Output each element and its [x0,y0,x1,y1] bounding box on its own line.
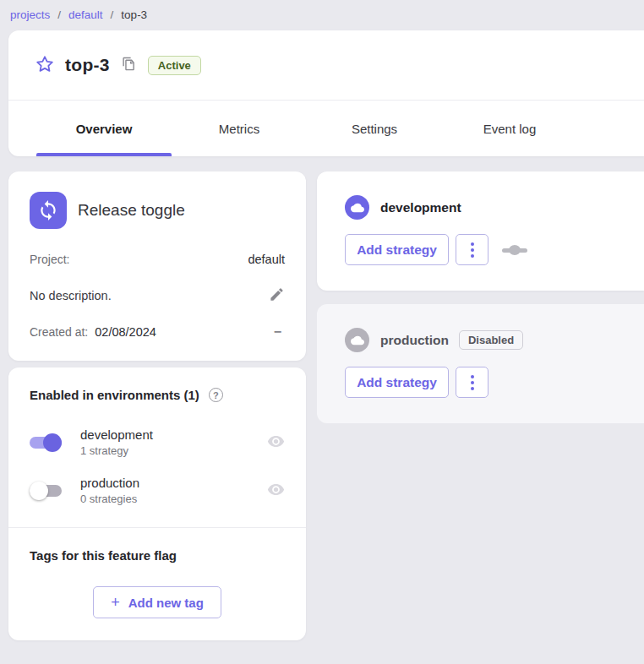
created-value: 02/08/2024 [95,325,156,339]
production-strategies-panel: production Disabled Add strategy [317,304,644,423]
production-toggle[interactable] [30,482,62,500]
created-label: Created at: [30,325,88,339]
tab-event-log[interactable]: Event log [442,101,577,156]
tab-bar: Overview Metrics Settings Event log [8,101,644,156]
environment-name: development [80,427,267,442]
pencil-icon [269,286,285,305]
panel-actions: Add strategy [345,234,644,265]
breadcrumb-separator: / [111,8,114,21]
flag-type-row: Release toggle [30,192,285,229]
cloud-icon [345,195,369,220]
description-row: No description. [30,286,285,305]
eye-icon [267,433,285,453]
environment-info: development 1 strategy [80,427,267,457]
description-text: No description. [30,289,112,302]
kebab-icon [471,254,474,258]
tags-section: Tags for this feature flag + Add new tag [8,528,306,640]
view-environment-button[interactable] [267,433,285,453]
tab-overview[interactable]: Overview [36,101,172,156]
eye-icon [267,481,285,501]
collapse-button[interactable]: − [274,325,285,339]
environment-strategy-count: 1 strategy [80,444,267,457]
flag-type-label: Release toggle [78,201,185,220]
plus-icon: + [111,594,120,612]
kebab-icon [471,387,474,390]
created-row: Created at: 02/08/2024 − [30,325,285,339]
flag-header-card: top-3 Active Overview Metrics Settings E… [8,30,644,156]
breadcrumb-link-projects[interactable]: projects [10,8,50,21]
status-badge: Active [148,56,201,75]
add-new-tag-button[interactable]: + Add new tag [93,586,221,618]
development-toggle[interactable] [30,433,62,452]
add-strategy-button[interactable]: Add strategy [345,367,449,398]
tab-label: Metrics [219,122,259,136]
active-tab-underline [36,153,172,156]
help-icon[interactable]: ? [209,388,223,402]
project-row: Project: default [30,253,285,266]
kebab-icon [471,248,474,252]
panel-environment-name: production [380,333,449,348]
breadcrumb: projects / default / top-3 [0,0,644,24]
more-actions-button[interactable] [456,234,488,265]
right-column: development Add strategy production Disa… [317,171,644,423]
development-strategies-panel: development Add strategy [317,171,644,291]
tab-label: Settings [352,122,397,136]
kebab-icon [471,242,474,246]
panel-actions: Add strategy [345,367,644,398]
last-seen-indicator-icon [502,245,527,255]
toggle-knob [30,482,48,500]
created-at: Created at: 02/08/2024 [30,325,156,339]
panel-header: production Disabled [345,328,644,352]
add-tag-label: Add new tag [128,596,204,610]
environment-row-production: production 0 strategies [8,476,306,505]
breadcrumb-separator: / [57,8,61,21]
tab-settings[interactable]: Settings [307,101,442,156]
tags-title: Tags for this feature flag [30,548,285,563]
add-strategy-button[interactable]: Add strategy [345,234,449,265]
panel-environment-name: development [380,200,461,215]
project-label: Project: [30,253,69,266]
disabled-badge: Disabled [459,330,523,350]
environment-strategy-count: 0 strategies [80,493,267,505]
release-toggle-icon [30,192,67,229]
copy-icon [122,57,136,73]
environment-row-development: development 1 strategy [8,427,306,457]
tab-metrics[interactable]: Metrics [172,101,307,156]
environments-card: Enabled in environments (1) ? developmen… [8,367,306,640]
main-content: Release toggle Project: default No descr… [8,171,644,640]
favorite-button[interactable] [34,54,56,76]
breadcrumb-link-default[interactable]: default [68,8,103,21]
more-actions-button[interactable] [456,367,488,398]
star-icon [35,54,55,77]
environment-name: production [80,476,267,490]
environments-title: Enabled in environments (1) [30,388,199,402]
edit-description-button[interactable] [269,286,285,305]
environments-header: Enabled in environments (1) ? [8,388,306,402]
environment-info: production 0 strategies [80,476,267,505]
page-title: top-3 [65,55,110,75]
panel-header: development [345,195,644,220]
copy-name-button[interactable] [122,57,136,73]
view-environment-button[interactable] [267,481,285,501]
project-value: default [248,253,285,266]
toggle-knob [43,433,62,452]
cloud-icon [345,328,369,352]
flag-details-card: Release toggle Project: default No descr… [8,171,306,361]
flag-title-row: top-3 Active [8,30,644,100]
tab-label: Event log [483,122,537,136]
kebab-icon [471,381,474,384]
left-column: Release toggle Project: default No descr… [8,171,306,640]
breadcrumb-current: top-3 [121,8,147,21]
kebab-icon [471,375,474,378]
tab-label: Overview [76,122,133,136]
